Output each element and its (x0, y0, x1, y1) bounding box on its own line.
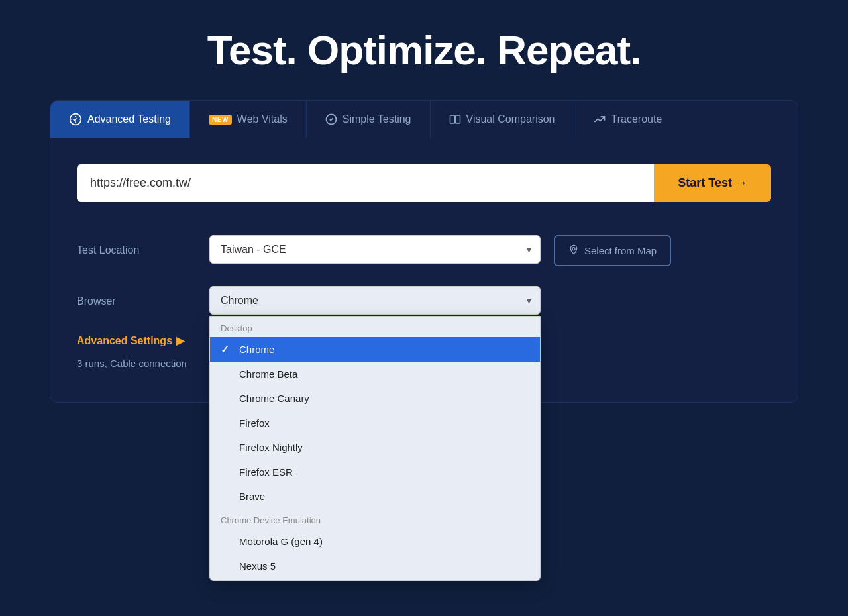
location-select[interactable]: Taiwan - GCE (209, 235, 541, 264)
traceroute-icon (593, 113, 606, 126)
browser-option-firefox[interactable]: Firefox (210, 411, 540, 435)
tab-visual-comparison-label: Visual Comparison (466, 113, 555, 125)
browser-select-wrapper: Chrome Chrome Beta Chrome Canary Firefox… (209, 286, 541, 315)
browser-option-firefox-nightly[interactable]: Firefox Nightly (210, 435, 540, 460)
visual-comparison-icon (449, 113, 461, 125)
select-from-map-label: Select from Map (584, 245, 657, 256)
browser-label: Browser (77, 286, 196, 307)
tab-simple-testing-label: Simple Testing (343, 113, 411, 125)
tab-advanced-testing-label: Advanced Testing (87, 113, 171, 125)
svg-point-4 (572, 248, 575, 250)
browser-option-motorola-g4[interactable]: Motorola G (gen 4) (210, 529, 540, 554)
tab-web-vitals-label: Web Vitals (237, 113, 288, 125)
advanced-settings-arrow-icon: ▶ (176, 334, 184, 347)
start-test-button[interactable]: Start Test → (654, 164, 771, 202)
browser-row: Browser Chrome Chrome Beta Chrome Canary… (77, 286, 771, 315)
tab-traceroute[interactable]: Traceroute (574, 101, 681, 138)
main-card: Advanced Testing NEW Web Vitals Simple T… (50, 100, 798, 403)
url-row: Start Test → (77, 164, 771, 202)
browser-select[interactable]: Chrome Chrome Beta Chrome Canary Firefox… (209, 286, 541, 315)
advanced-testing-icon (69, 113, 82, 126)
new-badge: NEW (209, 115, 232, 125)
test-location-label: Test Location (77, 235, 196, 256)
tab-bar: Advanced Testing NEW Web Vitals Simple T… (50, 101, 798, 138)
browser-dropdown: Desktop Chrome Chrome Beta Chrome Canary… (209, 316, 541, 581)
browser-option-nexus-5x[interactable]: Nexus 5X (210, 578, 540, 581)
hero-title: Test. Optimize. Repeat. (207, 26, 641, 74)
url-input[interactable] (77, 164, 654, 202)
tab-simple-testing[interactable]: Simple Testing (307, 101, 431, 138)
tab-traceroute-label: Traceroute (611, 113, 662, 125)
svg-rect-3 (455, 115, 460, 123)
browser-option-chrome-beta[interactable]: Chrome Beta (210, 362, 540, 386)
card-body: Start Test → Test Location Taiwan - GCE … (50, 138, 798, 402)
browser-option-nexus-5[interactable]: Nexus 5 (210, 554, 540, 578)
simple-testing-icon (325, 113, 337, 125)
browser-option-chrome-canary[interactable]: Chrome Canary (210, 386, 540, 411)
test-location-row: Test Location Taiwan - GCE ▾ Select from… (77, 235, 771, 266)
browser-option-chrome[interactable]: Chrome (210, 337, 540, 362)
desktop-group-label: Desktop (210, 317, 540, 337)
tab-advanced-testing[interactable]: Advanced Testing (50, 101, 190, 138)
map-pin-icon (568, 244, 579, 257)
location-select-wrapper: Taiwan - GCE ▾ (209, 235, 541, 264)
advanced-settings-label: Advanced Settings (77, 335, 172, 347)
tab-web-vitals[interactable]: NEW Web Vitals (190, 101, 307, 138)
browser-option-firefox-esr[interactable]: Firefox ESR (210, 460, 540, 484)
browser-option-brave[interactable]: Brave (210, 484, 540, 509)
select-from-map-button[interactable]: Select from Map (554, 235, 671, 266)
svg-rect-2 (450, 115, 454, 123)
chrome-device-group-label: Chrome Device Emulation (210, 509, 540, 529)
tab-visual-comparison[interactable]: Visual Comparison (431, 101, 574, 138)
